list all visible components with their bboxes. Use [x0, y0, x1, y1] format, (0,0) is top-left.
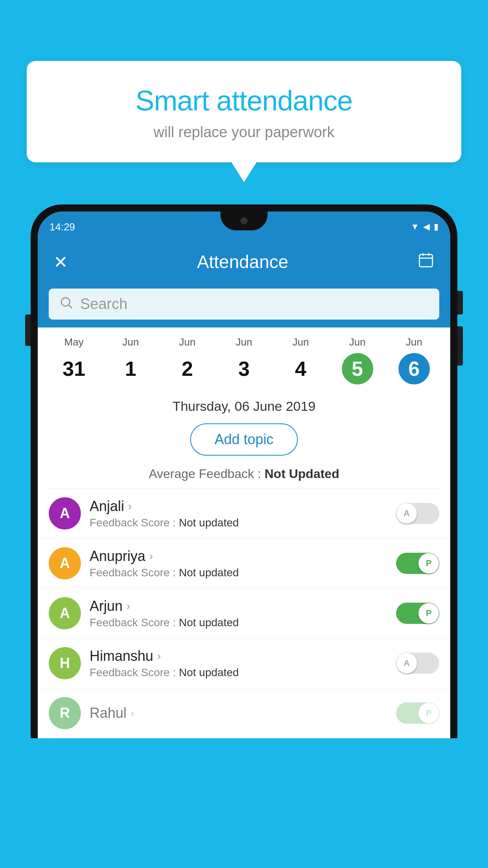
selected-date-text: Thursday, 06 June 2019	[172, 399, 316, 414]
search-container: Search	[38, 281, 450, 327]
student-name-partial: Rahul	[90, 705, 127, 721]
cal-day-4[interactable]: Jun 4	[272, 336, 329, 384]
status-time: 14:29	[50, 221, 75, 233]
add-topic-container: Add topic	[38, 418, 450, 463]
calendar-strip: May 31 Jun 1 Jun 2 Jun 3 Jun 4	[38, 327, 450, 392]
volume-down-button	[457, 326, 463, 366]
search-input-placeholder: Search	[80, 296, 127, 313]
status-icons: ▼ ◀ ▮	[411, 222, 438, 232]
search-icon	[60, 296, 73, 313]
student-info-partial: Rahul ›	[90, 705, 387, 721]
toggle-anjali[interactable]: A	[396, 503, 439, 524]
avg-feedback-label: Average Feedback : Not Updated	[149, 467, 339, 481]
avatar-anjali: A	[49, 497, 81, 530]
student-item-anjali: A Anjali › Feedback Score : Not updated …	[38, 489, 450, 539]
status-bar: 14:29 ▼ ◀ ▮	[38, 211, 450, 242]
signal-icon: ◀	[423, 222, 430, 232]
cal-day-1[interactable]: Jun 1	[102, 336, 159, 384]
student-name-anjali: Anjali	[90, 498, 124, 515]
student-list: A Anjali › Feedback Score : Not updated …	[38, 489, 450, 738]
date-label: Thursday, 06 June 2019	[38, 392, 450, 418]
svg-rect-0	[420, 254, 433, 267]
score-label-arjun: Feedback Score : Not updated	[90, 616, 239, 629]
cal-day-3[interactable]: Jun 3	[216, 336, 272, 384]
power-button	[457, 291, 463, 314]
student-name-anupriya: Anupriya	[90, 548, 145, 565]
volume-button	[25, 314, 31, 346]
phone-outer: 14:29 ▼ ◀ ▮ ✕ Attendance	[31, 204, 457, 738]
svg-point-4	[61, 298, 70, 306]
avatar-partial: R	[49, 697, 81, 729]
student-item-himanshu: H Himanshu › Feedback Score : Not update…	[38, 638, 450, 688]
student-name-arjun: Arjun	[90, 598, 123, 614]
student-item-arjun: A Arjun › Feedback Score : Not updated P	[38, 588, 450, 638]
student-info-anjali[interactable]: Anjali › Feedback Score : Not updated	[90, 498, 387, 529]
calendar-button[interactable]	[417, 252, 435, 272]
chevron-icon: ›	[149, 550, 153, 563]
score-label-himanshu: Feedback Score : Not updated	[90, 666, 239, 679]
phone-frame: 14:29 ▼ ◀ ▮ ✕ Attendance	[31, 204, 457, 868]
toggle-anupriya[interactable]: P	[396, 553, 439, 574]
speech-bubble: Smart attendance will replace your paper…	[27, 61, 461, 162]
avg-feedback-value: Not Updated	[264, 467, 339, 481]
student-item-partial: R Rahul › P	[38, 688, 450, 738]
student-info-himanshu[interactable]: Himanshu › Feedback Score : Not updated	[90, 648, 387, 679]
chevron-icon: ›	[130, 707, 134, 719]
cal-day-0[interactable]: May 31	[46, 336, 102, 384]
phone-screen: 14:29 ▼ ◀ ▮ ✕ Attendance	[38, 211, 450, 738]
chevron-icon: ›	[157, 650, 161, 662]
avatar-anupriya: A	[49, 547, 81, 579]
app-header: ✕ Attendance	[38, 242, 450, 281]
speech-bubble-container: Smart attendance will replace your paper…	[27, 61, 461, 162]
search-bar[interactable]: Search	[49, 289, 439, 320]
student-info-arjun[interactable]: Arjun › Feedback Score : Not updated	[90, 598, 387, 629]
student-info-anupriya[interactable]: Anupriya › Feedback Score : Not updated	[90, 548, 387, 579]
avatar-himanshu: H	[49, 647, 81, 679]
toggle-partial[interactable]: P	[396, 702, 439, 724]
close-button[interactable]: ✕	[53, 252, 68, 272]
notch	[220, 211, 268, 230]
chevron-icon: ›	[127, 600, 130, 612]
bubble-subtitle: will replace your paperwork	[50, 124, 438, 141]
header-title: Attendance	[197, 251, 288, 272]
student-name-himanshu: Himanshu	[90, 648, 153, 664]
avatar-arjun: A	[49, 597, 81, 629]
toggle-arjun[interactable]: P	[396, 603, 439, 624]
battery-icon: ▮	[434, 222, 438, 232]
cal-day-6[interactable]: Jun 6	[386, 336, 442, 384]
bubble-title: Smart attendance	[50, 85, 438, 117]
average-feedback: Average Feedback : Not Updated	[38, 463, 450, 488]
score-label-anjali: Feedback Score : Not updated	[90, 517, 239, 529]
chevron-icon: ›	[128, 500, 132, 513]
student-item-anupriya: A Anupriya › Feedback Score : Not update…	[38, 539, 450, 588]
add-topic-button[interactable]: Add topic	[190, 423, 298, 456]
toggle-himanshu[interactable]: A	[396, 653, 439, 674]
score-label-anupriya: Feedback Score : Not updated	[90, 566, 239, 579]
svg-line-5	[69, 305, 72, 308]
wifi-icon: ▼	[411, 222, 419, 232]
cal-day-2[interactable]: Jun 2	[159, 336, 216, 384]
cal-day-5[interactable]: Jun 5	[329, 336, 385, 384]
